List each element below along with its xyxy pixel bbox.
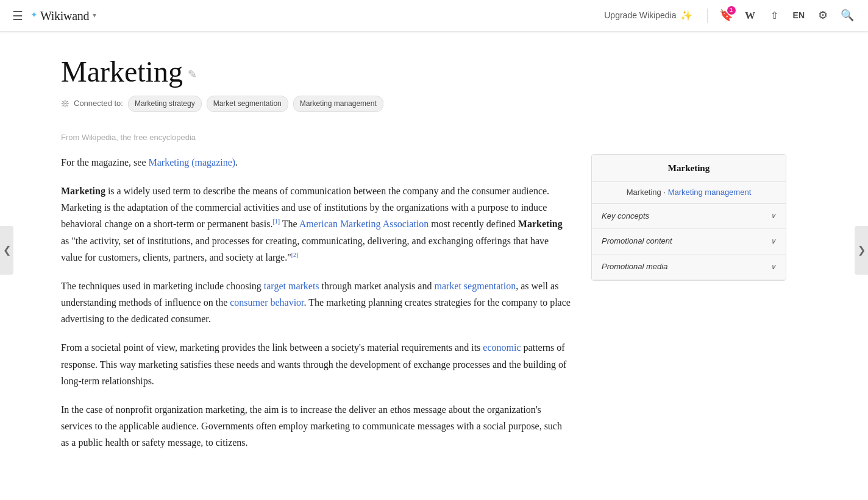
sidebar-subheader-text: Marketing [627, 188, 661, 197]
citation-1[interactable]: [1] [272, 218, 280, 225]
hamburger-menu-icon[interactable]: ☰ [10, 4, 26, 28]
previous-article-arrow[interactable]: ❮ [0, 226, 13, 275]
promotional-media-label: Promotional media [602, 261, 667, 273]
p4-text: In the case of nonprofit organization ma… [61, 404, 562, 448]
logo-chevron-icon: ▾ [93, 10, 96, 21]
connected-row: ❊ Connected to: Marketing strategy Marke… [61, 96, 786, 112]
wiki-source: From Wikipedia, the free encyclopedia [61, 132, 786, 144]
content-with-sidebar: For the magazine, see Marketing (magazin… [61, 154, 786, 463]
navbar-divider [707, 9, 708, 23]
target-markets-link[interactable]: target markets [264, 281, 319, 291]
p2-text2: through market analysis and [319, 281, 435, 291]
connected-label: Connected to: [74, 97, 123, 110]
share-button[interactable]: ⇧ [764, 5, 786, 27]
sidebar-section-promotional-media: Promotional media ∨ [592, 255, 786, 280]
p2-text1: The techniques used in marketing include… [61, 281, 264, 291]
consumer-behavior-link[interactable]: consumer behavior [230, 297, 304, 308]
sidebar-subheader: Marketing · Marketing management [592, 182, 786, 204]
marketing-management-link[interactable]: Marketing management [668, 188, 752, 197]
connected-tag-market-segmentation[interactable]: Market segmentation [207, 96, 288, 112]
intro-paragraph: For the magazine, see Marketing (magazin… [61, 154, 572, 171]
main-content: Marketing✎ ❊ Connected to: Marketing str… [0, 32, 823, 500]
connected-tag-marketing-management[interactable]: Marketing management [293, 96, 383, 112]
page-title: Marketing✎ [61, 56, 786, 88]
p1-text4: as "the activity, set of institutions, a… [61, 236, 549, 262]
intro-magazine-link[interactable]: Marketing (magazine) [149, 157, 236, 167]
navbar-right: Upgrade Wikipedia ✨ 🔖 1 W ⇧ EN ⚙ 🔍 [597, 5, 858, 27]
settings-button[interactable]: ⚙ [812, 5, 834, 27]
navbar: ☰ ✦ Wikiwand ▾ Upgrade Wikipedia ✨ 🔖 1 W… [0, 0, 868, 32]
logo-star-icon: ✦ [30, 9, 38, 22]
connected-icon: ❊ [61, 96, 69, 112]
upgrade-label: Upgrade Wikipedia [604, 9, 676, 22]
search-icon: 🔍 [841, 7, 854, 24]
edit-icon[interactable]: ✎ [188, 68, 197, 80]
promotional-content-chevron-icon: ∨ [770, 236, 776, 247]
search-button[interactable]: 🔍 [836, 5, 858, 27]
p1-text2: The [280, 219, 299, 229]
paragraph-2: The techniques used in marketing include… [61, 278, 572, 328]
paragraph-3: From a societal point of view, marketing… [61, 339, 572, 389]
article-body: For the magazine, see Marketing (magazin… [61, 154, 572, 463]
share-icon: ⇧ [770, 8, 778, 24]
upgrade-button[interactable]: Upgrade Wikipedia ✨ [597, 5, 699, 26]
bookmark-badge: 1 [727, 6, 736, 15]
navbar-left: ☰ ✦ Wikiwand ▾ [10, 4, 96, 28]
sidebar-section-key-concepts: Key concepts ∨ [592, 204, 786, 230]
next-article-arrow[interactable]: ❯ [855, 226, 868, 275]
wikipedia-button[interactable]: W [739, 5, 761, 27]
citation-2[interactable]: [2] [291, 251, 299, 258]
right-chevron-icon: ❯ [858, 242, 866, 258]
marketing-bold-1: Marketing [61, 186, 105, 196]
paragraph-1: Marketing is a widely used term to descr… [61, 183, 572, 266]
magic-wand-icon: ✨ [680, 8, 692, 24]
wikipedia-icon: W [745, 7, 755, 24]
p1-text3: most recently defined [429, 219, 518, 229]
promotional-media-chevron-icon: ∨ [770, 261, 776, 273]
sidebar-section-key-concepts-header[interactable]: Key concepts ∨ [592, 204, 786, 229]
sidebar-section-promotional-content: Promotional content ∨ [592, 229, 786, 255]
marketing-bold-2: Marketing [518, 219, 563, 229]
sidebar-section-promotional-media-header[interactable]: Promotional media ∨ [592, 255, 786, 280]
economic-link[interactable]: economic [483, 342, 521, 353]
promotional-content-label: Promotional content [602, 235, 672, 248]
logo[interactable]: ✦ Wikiwand ▾ [30, 6, 96, 26]
sidebar-subheader-sep: · [661, 188, 668, 197]
logo-text: Wikiwand [40, 6, 89, 26]
language-button[interactable]: EN [788, 6, 809, 24]
key-concepts-chevron-icon: ∨ [770, 210, 776, 222]
bookmark-button[interactable]: 🔖 1 [715, 5, 737, 27]
p3-text1: From a societal point of view, marketing… [61, 342, 483, 353]
gear-icon: ⚙ [818, 7, 828, 24]
market-segmentation-link[interactable]: market segmentation [434, 281, 516, 291]
paragraph-4: In the case of nonprofit organization ma… [61, 401, 572, 451]
ama-link[interactable]: American Marketing Association [299, 219, 429, 229]
left-chevron-icon: ❮ [3, 242, 11, 258]
connected-tag-marketing-strategy[interactable]: Marketing strategy [128, 96, 202, 112]
key-concepts-label: Key concepts [602, 210, 649, 223]
sidebar-title: Marketing [592, 155, 786, 182]
info-sidebar: Marketing Marketing · Marketing manageme… [591, 154, 786, 281]
intro-see-text: For the magazine, see [61, 157, 149, 167]
sidebar-section-promotional-content-header[interactable]: Promotional content ∨ [592, 229, 786, 254]
